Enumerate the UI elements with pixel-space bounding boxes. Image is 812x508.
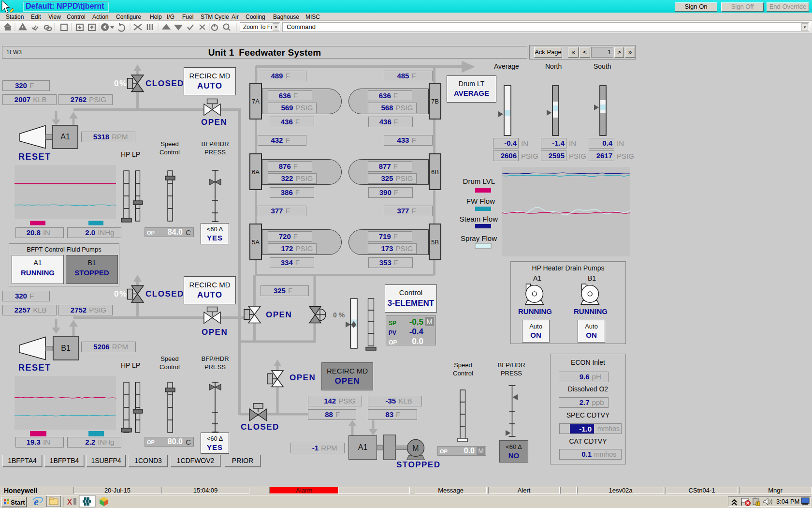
svg-text:3:04 PM: 3:04 PM bbox=[776, 498, 799, 505]
svg-text:Start: Start bbox=[11, 499, 25, 506]
svg-text:M: M bbox=[412, 444, 419, 452]
svg-text:!: ! bbox=[756, 501, 758, 506]
